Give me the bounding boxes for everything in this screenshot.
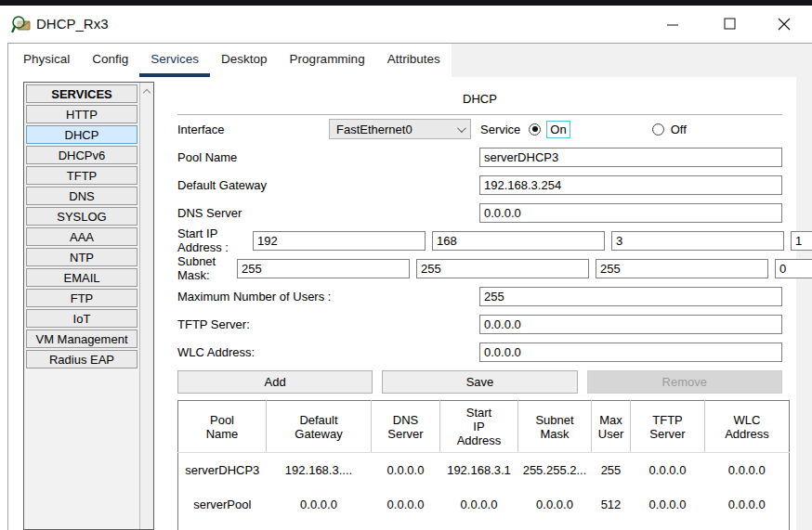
- chevron-up-icon[interactable]: [143, 89, 151, 97]
- col-max-user[interactable]: Max User: [592, 401, 631, 453]
- interface-select[interactable]: FastEthernet0: [329, 119, 471, 139]
- max-users-row: Maximum Number of Users :: [177, 282, 782, 310]
- start-ip-octets: [253, 231, 812, 251]
- subnet-mask-octet-1[interactable]: [237, 259, 410, 278]
- col-wlc-address[interactable]: WLC Address: [705, 401, 790, 453]
- sidebar-item-dns[interactable]: DNS: [26, 187, 138, 205]
- cell-tftp-server[interactable]: 0.0.0.0: [631, 453, 705, 487]
- start-ip-label: Start IP Address :: [177, 226, 253, 254]
- tftp-server-row: TFTP Server:: [177, 310, 782, 338]
- sidebar-item-email[interactable]: EMAIL: [26, 268, 138, 287]
- cell-start-ip[interactable]: 192.168.3.1: [440, 453, 518, 487]
- action-buttons: Add Save Remove: [177, 370, 782, 394]
- tab-physical[interactable]: Physical: [12, 44, 81, 77]
- tab-services[interactable]: Services: [139, 44, 210, 77]
- dhcp-pools-table: Pool Name Default Gateway DNS Server Sta…: [177, 400, 790, 530]
- sidebar-item-radius-eap[interactable]: Radius EAP: [26, 350, 138, 368]
- service-on-label[interactable]: On: [546, 121, 570, 138]
- tab-desktop[interactable]: Desktop: [210, 44, 279, 77]
- cell-dns-server[interactable]: 0.0.0.0: [372, 487, 440, 522]
- subnet-mask-row: Subnet Mask:: [177, 254, 782, 282]
- cell-start-ip[interactable]: 0.0.0.0: [440, 487, 518, 522]
- interface-select-value: FastEthernet0: [336, 123, 413, 136]
- cell-dns-server[interactable]: 0.0.0.0: [372, 453, 440, 487]
- tab-attributes[interactable]: Attributes: [376, 44, 452, 77]
- minimize-button[interactable]: [646, 6, 700, 43]
- service-toggle-group: Service On Off: [480, 121, 782, 138]
- cell-subnet-mask[interactable]: 255.255.2...: [518, 453, 592, 487]
- tab-programming[interactable]: Programming: [279, 44, 376, 77]
- interface-row: Interface FastEthernet0 Service On Off: [177, 115, 782, 143]
- dhcp-panel: DHCP Interface FastEthernet0 Service On …: [177, 82, 782, 530]
- sidebar-scrollbar[interactable]: [139, 83, 153, 529]
- sidebar-item-vm-management[interactable]: VM Management: [26, 330, 138, 348]
- sidebar-item-iot[interactable]: IoT: [26, 309, 138, 328]
- save-button[interactable]: Save: [382, 370, 577, 394]
- add-button[interactable]: Add: [177, 370, 373, 394]
- subnet-mask-octet-2[interactable]: [416, 259, 589, 278]
- cell-max-user[interactable]: 255: [592, 453, 631, 487]
- close-button[interactable]: [757, 6, 811, 43]
- cell-pool-name[interactable]: serverDHCP3: [178, 453, 267, 487]
- tftp-server-label: TFTP Server:: [177, 317, 479, 331]
- sidebar-item-ntp[interactable]: NTP: [26, 248, 138, 266]
- subnet-mask-octet-4[interactable]: [775, 259, 812, 278]
- remove-button[interactable]: Remove: [587, 370, 782, 394]
- window-titlebar: DHCP_Rx3: [0, 6, 812, 43]
- services-list: SERVICES HTTP DHCP DHCPv6 TFTP DNS SYSLO…: [24, 83, 139, 529]
- subnet-mask-octet-3[interactable]: [596, 259, 768, 278]
- col-default-gateway[interactable]: Default Gateway: [267, 401, 372, 453]
- sidebar-item-syslog[interactable]: SYSLOG: [26, 207, 138, 226]
- cell-pool-name[interactable]: serverPool: [178, 487, 267, 522]
- start-ip-octet-3[interactable]: [611, 231, 784, 251]
- cell-wlc-address[interactable]: 0.0.0.0: [705, 453, 790, 487]
- subnet-mask-label: Subnet Mask:: [177, 254, 237, 282]
- wlc-address-row: WLC Address:: [177, 338, 782, 366]
- maximize-button[interactable]: [703, 6, 757, 43]
- pool-name-label: Pool Name: [177, 150, 479, 164]
- sidebar-item-dhcp[interactable]: DHCP: [26, 125, 138, 144]
- dns-server-row: DNS Server: [177, 199, 782, 226]
- cell-max-user[interactable]: 512: [592, 487, 631, 522]
- max-users-label: Maximum Number of Users :: [177, 290, 479, 304]
- service-off-label[interactable]: Off: [671, 123, 687, 136]
- service-on-radio[interactable]: [529, 123, 541, 136]
- start-ip-octet-4[interactable]: [791, 231, 812, 251]
- pool-name-input[interactable]: [479, 148, 782, 167]
- dns-server-input[interactable]: [479, 203, 782, 223]
- service-off-radio[interactable]: [652, 123, 664, 136]
- content-scrollbar-track[interactable]: [796, 77, 812, 530]
- col-subnet-mask[interactable]: Subnet Mask: [518, 401, 592, 453]
- sidebar-item-dhcpv6[interactable]: DHCPv6: [26, 146, 138, 164]
- sidebar-item-tftp[interactable]: TFTP: [26, 166, 138, 185]
- tftp-server-input[interactable]: [479, 315, 782, 334]
- start-ip-octet-1[interactable]: [253, 231, 426, 251]
- col-start-ip-address[interactable]: Start IP Address: [440, 401, 518, 453]
- start-ip-octet-2[interactable]: [432, 231, 605, 251]
- table-row-serverdhcp3[interactable]: serverDHCP3 192.168.3.... 0.0.0.0 192.16…: [178, 453, 790, 487]
- wlc-address-input[interactable]: [479, 343, 782, 362]
- cell-default-gateway[interactable]: 0.0.0.0: [267, 487, 372, 522]
- col-dns-server[interactable]: DNS Server: [372, 401, 440, 453]
- sidebar-item-ftp[interactable]: FTP: [26, 289, 138, 307]
- tabbar-background: [452, 44, 812, 77]
- col-tftp-server[interactable]: TFTP Server: [631, 401, 705, 453]
- max-users-input[interactable]: [479, 287, 782, 306]
- col-pool-name[interactable]: Pool Name: [178, 401, 267, 453]
- sidebar-item-http[interactable]: HTTP: [26, 105, 138, 123]
- page-title: DHCP: [177, 82, 782, 107]
- cell-wlc-address[interactable]: 0.0.0.0: [705, 487, 790, 522]
- service-label: Service: [480, 123, 520, 136]
- services-sidebar: SERVICES HTTP DHCP DHCPv6 TFTP DNS SYSLO…: [23, 82, 154, 530]
- device-dialog: Physical Config Services Desktop Program…: [7, 43, 812, 530]
- chevron-down-icon: [457, 123, 466, 133]
- cell-default-gateway[interactable]: 192.168.3....: [267, 453, 372, 487]
- table-row-serverpool[interactable]: serverPool 0.0.0.0 0.0.0.0 0.0.0.0 0.0.0…: [178, 487, 790, 522]
- tab-config[interactable]: Config: [81, 44, 139, 77]
- table-header-row: Pool Name Default Gateway DNS Server Sta…: [178, 401, 790, 453]
- wlc-address-label: WLC Address:: [177, 345, 479, 359]
- default-gateway-input[interactable]: [479, 175, 782, 195]
- sidebar-item-aaa[interactable]: AAA: [26, 227, 138, 246]
- cell-subnet-mask[interactable]: 0.0.0.0: [518, 487, 592, 522]
- cell-tftp-server[interactable]: 0.0.0.0: [631, 487, 705, 522]
